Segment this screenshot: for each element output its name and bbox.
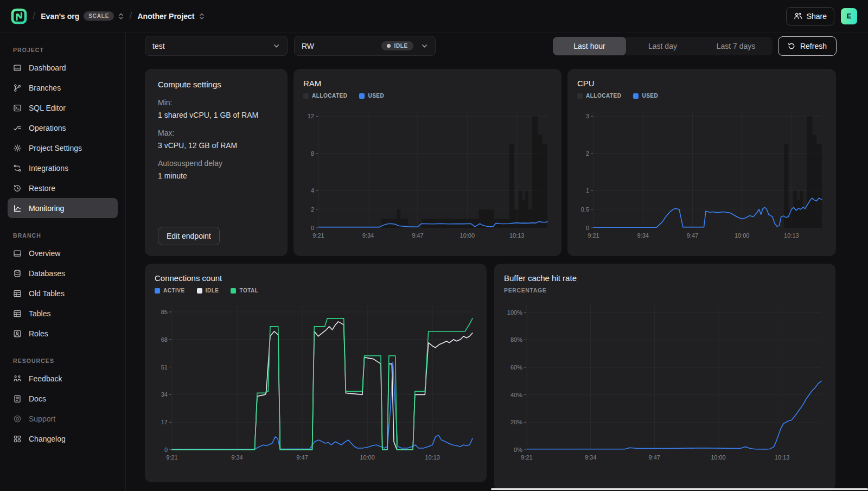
legend-item: IDLE [197, 288, 219, 294]
legend-item: USED [359, 93, 384, 99]
ram-chart-plot: 9:219:349:4710:0010:13024812 [303, 105, 552, 241]
svg-text:9:21: 9:21 [312, 232, 324, 239]
buffer-cache-chart-subtitle: PERCENTAGE [504, 287, 826, 294]
svg-text:9:21: 9:21 [521, 454, 532, 461]
connections-chart-plot: 9:219:349:4710:0010:1301734516885 [155, 300, 477, 463]
tab-last-7-days[interactable]: Last 7 days [699, 37, 773, 55]
svg-text:20%: 20% [510, 419, 522, 425]
app-window: / Evan's org SCALE / Another Project [0, 0, 868, 491]
sql-editor-icon [13, 104, 22, 112]
project-switcher[interactable]: Another Project [138, 12, 205, 21]
horizontal-scrollbar[interactable] [491, 488, 868, 490]
edit-endpoint-button[interactable]: Edit endpoint [158, 227, 220, 245]
svg-text:10:00: 10:00 [460, 232, 475, 239]
svg-text:80%: 80% [510, 336, 522, 343]
neon-logo[interactable] [11, 8, 27, 24]
user-avatar[interactable]: E [841, 8, 857, 24]
sidebar-item-monitoring[interactable]: Monitoring [8, 198, 118, 218]
svg-text:10:13: 10:13 [425, 454, 440, 461]
sidebar: PROJECT Dashboard Branches SQL Editor Op… [0, 33, 126, 491]
sidebar-item-feedback[interactable]: Feedback [8, 368, 118, 388]
sidebar-section-project: PROJECT [13, 47, 118, 53]
svg-text:9:34: 9:34 [362, 232, 374, 239]
plan-badge: SCALE [84, 11, 114, 21]
autosuspend-value: 1 minute [158, 171, 275, 180]
svg-text:8: 8 [311, 150, 314, 157]
cpu-chart-plot: 9:219:349:4710:0010:1300.5123 [577, 105, 826, 241]
sidebar-item-changelog[interactable]: Changelog [8, 429, 118, 449]
share-button[interactable]: Share [786, 7, 834, 25]
legend-swatch-icon [577, 93, 583, 99]
svg-text:2: 2 [586, 150, 589, 157]
chart-svg: 9:219:349:4710:0010:130%20%40%60%80%100% [504, 300, 826, 463]
gear-icon [13, 144, 22, 152]
overview-icon [13, 249, 22, 258]
legend-item: ACTIVE [155, 288, 185, 294]
svg-text:0%: 0% [514, 447, 522, 453]
legend-item: ALLOCATED [303, 93, 347, 99]
table-grid-icon [13, 289, 22, 298]
legend-label: USED [368, 93, 384, 99]
sidebar-section-branch: BRANCH [13, 232, 118, 239]
sidebar-item-operations[interactable]: Operations [8, 118, 118, 138]
legend-swatch-icon [359, 93, 365, 99]
connections-chart-title: Connections count [155, 273, 477, 283]
support-icon [13, 415, 22, 423]
sidebar-item-overview[interactable]: Overview [8, 243, 118, 263]
connections-chart-legend: ACTIVEIDLETOTAL [155, 288, 477, 294]
org-switcher[interactable]: Evan's org SCALE [41, 11, 124, 21]
sidebar-item-restore[interactable]: Restore [8, 178, 118, 198]
breadcrumb-separator: / [129, 10, 132, 22]
chart-svg: 9:219:349:4710:0010:13024812 [303, 105, 552, 241]
chevron-down-icon [421, 42, 428, 49]
legend-swatch-icon [231, 288, 236, 294]
svg-text:85: 85 [161, 309, 168, 315]
branch-select[interactable]: test [145, 36, 288, 56]
sidebar-item-databases[interactable]: Databases [8, 263, 118, 283]
history-clock-icon [13, 184, 22, 193]
svg-text:9:21: 9:21 [166, 454, 177, 461]
endpoint-select[interactable]: RW IDLE [294, 36, 436, 56]
feedback-people-icon [13, 374, 22, 383]
sidebar-item-docs[interactable]: Docs [8, 388, 118, 409]
sidebar-item-integrations[interactable]: Integrations [8, 158, 118, 178]
tab-last-day[interactable]: Last day [626, 37, 699, 55]
svg-text:68: 68 [161, 336, 168, 343]
compute-settings-card: Compute settings Min: 1 shared vCPU, 1 G… [145, 69, 288, 256]
svg-text:9:34: 9:34 [231, 454, 242, 461]
svg-text:17: 17 [161, 419, 168, 425]
svg-text:4: 4 [311, 187, 314, 194]
database-icon [13, 269, 22, 278]
tab-last-hour[interactable]: Last hour [553, 37, 626, 55]
refresh-button[interactable]: Refresh [778, 36, 837, 56]
sidebar-item-roles[interactable]: Roles [8, 323, 118, 343]
sidebar-item-branches[interactable]: Branches [8, 78, 118, 98]
svg-text:3: 3 [586, 113, 589, 119]
buffer-cache-chart-title: Buffer cache hit rate [504, 273, 826, 283]
legend-swatch-icon [155, 288, 160, 294]
status-dot-icon [387, 44, 391, 48]
chevron-updown-icon [199, 12, 205, 20]
chevron-updown-icon [118, 12, 124, 20]
legend-item: ALLOCATED [577, 93, 621, 99]
share-label: Share [807, 12, 827, 21]
sidebar-item-project-settings[interactable]: Project Settings [8, 138, 118, 158]
min-label: Min: [158, 98, 275, 107]
monitoring-toolbar: test RW IDLE [145, 36, 837, 56]
user-badge-icon [13, 329, 22, 338]
sidebar-item-support[interactable]: Support [8, 409, 118, 429]
refresh-icon [788, 42, 795, 50]
sidebar-item-tables[interactable]: Tables [8, 303, 118, 323]
svg-text:9:47: 9:47 [687, 232, 698, 239]
svg-text:0: 0 [311, 225, 314, 231]
monitoring-chart-icon [13, 204, 22, 213]
sidebar-item-old-tables[interactable]: Old Tables [8, 283, 118, 303]
endpoint-select-value: RW [302, 42, 314, 50]
legend-label: ALLOCATED [312, 93, 347, 99]
svg-text:34: 34 [161, 391, 168, 398]
svg-text:9:47: 9:47 [412, 232, 423, 239]
sidebar-item-dashboard[interactable]: Dashboard [8, 58, 118, 78]
sidebar-item-sql-editor[interactable]: SQL Editor [8, 98, 118, 118]
svg-text:0: 0 [164, 447, 168, 453]
sidebar-section-resources: RESOURCES [13, 358, 118, 364]
